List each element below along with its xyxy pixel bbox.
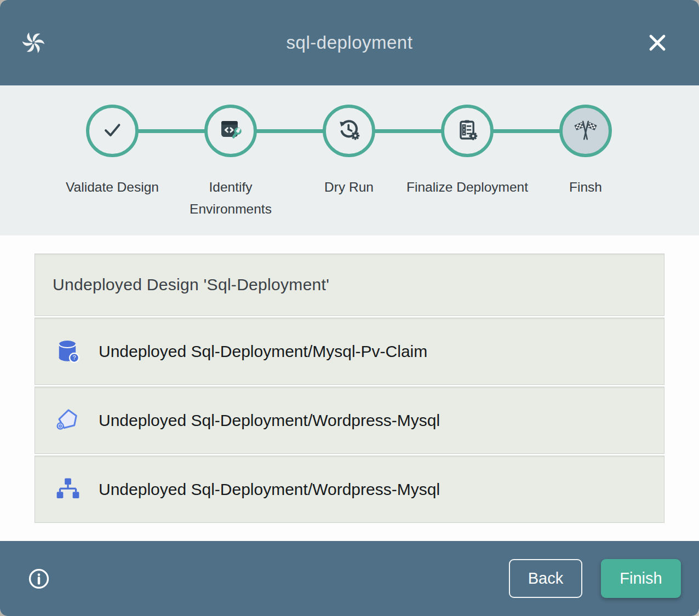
list-item: ? Undeployed Sql-Deployment/Mysql-Pv-Cla…: [35, 318, 664, 385]
step-finish[interactable]: [559, 105, 612, 157]
step-label: Finalize Deployment: [404, 176, 530, 198]
info-icon[interactable]: [27, 567, 50, 590]
back-button[interactable]: Back: [509, 559, 582, 598]
step-label: Dry Run: [286, 176, 412, 198]
list-item: Undeployed Sql-Deployment/Wordpress-Mysq…: [35, 387, 664, 454]
modal-title: sql-deployment: [287, 32, 413, 53]
code-wrench-icon: [217, 117, 244, 145]
step-finalize-deployment[interactable]: [441, 105, 494, 157]
database-icon: ?: [54, 337, 82, 366]
modal-footer: Back Finish: [0, 541, 699, 616]
modal-header: sql-deployment: [0, 0, 699, 85]
list-item-text: Undeployed Sql-Deployment/Wordpress-Mysq…: [99, 480, 440, 499]
service-tree-icon: [54, 475, 82, 504]
close-icon[interactable]: [644, 30, 671, 56]
deployment-results-list: Undeployed Design 'Sql-Deployment' ? Und…: [35, 254, 664, 525]
step-identify-environments[interactable]: [204, 105, 257, 157]
step-label: Validate Design: [49, 176, 175, 198]
results-header-text: Undeployed Design 'Sql-Deployment': [53, 275, 329, 294]
sql-deployment-modal: sql-deployment Validate Design: [0, 0, 699, 616]
list-item-text: Undeployed Sql-Deployment/Mysql-Pv-Claim: [99, 342, 427, 361]
history-gear-icon: [336, 117, 362, 145]
check-icon: [99, 117, 125, 145]
app-swirl-logo-icon: [19, 28, 48, 57]
checkered-flags-icon: [572, 117, 599, 145]
pod-icon: [54, 406, 82, 435]
wizard-stepper: Validate Design Identify Environments: [0, 85, 699, 235]
step-validate-design[interactable]: [86, 105, 139, 157]
list-item: Undeployed Sql-Deployment/Wordpress-Mysq…: [35, 456, 664, 523]
svg-text:?: ?: [72, 354, 76, 361]
step-label: Identify Environments: [168, 176, 294, 220]
step-label: Finsh: [523, 176, 649, 198]
results-header: Undeployed Design 'Sql-Deployment': [35, 254, 664, 316]
list-item-text: Undeployed Sql-Deployment/Wordpress-Mysq…: [99, 411, 440, 430]
clipboard-gear-icon: [454, 117, 480, 145]
step-dry-run[interactable]: [323, 105, 375, 157]
finish-button[interactable]: Finish: [601, 559, 681, 598]
